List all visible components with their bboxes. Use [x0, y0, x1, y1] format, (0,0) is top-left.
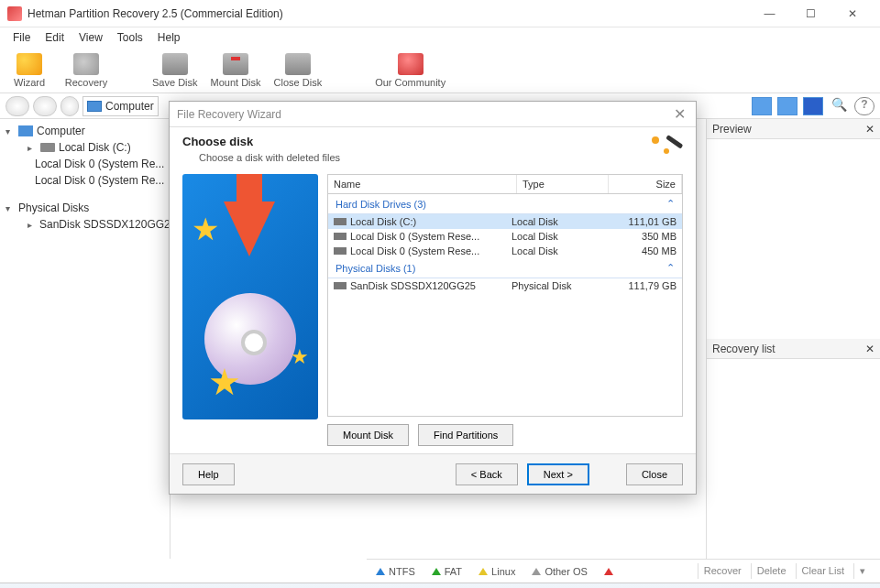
help-icon[interactable]: ?: [854, 97, 874, 115]
disk-row-local-0b[interactable]: Local Disk 0 (System Rese... Local Disk …: [328, 244, 682, 258]
menu-edit[interactable]: Edit: [38, 29, 72, 46]
legend-actions: Recover Delete Clear List ▾: [698, 563, 871, 579]
row-name: Local Disk 0 (System Rese...: [350, 231, 512, 242]
search-icon[interactable]: 🔍: [829, 97, 849, 115]
nav-dropdown-button[interactable]: [60, 96, 79, 116]
recover-button[interactable]: Recover: [698, 563, 747, 579]
wizard-wand-icon: [646, 131, 687, 164]
collapse-icon[interactable]: ⌃: [666, 262, 675, 274]
tree-sandisk[interactable]: ▸SanDisk SDSSDX120GG2...: [0, 216, 170, 233]
toolbar-mount-disk-label: Mount Disk: [211, 77, 261, 88]
wizard-icon: [16, 53, 42, 75]
view-icon-1[interactable]: [752, 97, 772, 115]
legend-fat-label: FAT: [445, 566, 462, 577]
delete-button[interactable]: Delete: [751, 563, 792, 579]
tree-computer[interactable]: ▾Computer: [0, 123, 170, 139]
svg-rect-2: [666, 135, 683, 149]
collapse-icon[interactable]: ⌃: [666, 198, 675, 210]
toolbar-recovery-label: Recovery: [65, 77, 107, 88]
tree-local-0a-label: Local Disk 0 (System Re...: [35, 158, 164, 170]
statusbar: Компьютер PC-VALERA User name: Valery Op…: [0, 583, 880, 588]
titlebar: Hetman Partition Recovery 2.5 (Commercia…: [0, 0, 880, 27]
legend-other-label: Other OS: [544, 566, 587, 577]
toolbar-wizard[interactable]: Wizard: [7, 53, 51, 88]
toolbar-save-disk-label: Save Disk: [152, 77, 198, 88]
dialog-subheading: Choose a disk with deleted files: [182, 152, 683, 163]
disk-row-local-c[interactable]: Local Disk (C:) Local Disk 111,01 GB: [328, 214, 682, 229]
disk-row-local-0a[interactable]: Local Disk 0 (System Rese... Local Disk …: [328, 229, 682, 244]
disk-icon: [40, 143, 55, 152]
col-name-header[interactable]: Name: [328, 175, 517, 193]
row-type: Local Disk: [512, 231, 603, 242]
disk-icon: [334, 218, 346, 225]
sidebar: ▾Computer ▸Local Disk (C:) Local Disk 0 …: [0, 119, 170, 559]
group-physical[interactable]: Physical Disks (1) ⌃: [328, 258, 682, 278]
navbar-right-icons: 🔍 ?: [752, 97, 874, 115]
legend-fat: FAT: [432, 566, 462, 577]
row-type: Local Disk: [512, 245, 603, 256]
save-icon[interactable]: [803, 97, 823, 115]
find-partitions-button[interactable]: Find Partitions: [418, 424, 513, 446]
row-size: 350 MB: [603, 231, 676, 242]
view-icon-2[interactable]: [777, 97, 798, 115]
close-disk-icon: [285, 53, 311, 75]
list-body: Hard Disk Drives (3) ⌃ Local Disk (C:) L…: [327, 194, 683, 417]
right-panels: Preview ✕ Recovery list ✕: [706, 119, 880, 559]
file-recovery-wizard-dialog: File Recovery Wizard ✕ Choose disk Choos…: [169, 101, 697, 495]
legend-bar: NTFS FAT Linux Other OS Recover Delete C…: [367, 559, 880, 583]
address-bar[interactable]: Computer: [82, 96, 159, 116]
row-size: 111,01 GB: [603, 216, 676, 227]
close-button[interactable]: ✕: [831, 0, 873, 27]
legend-dropdown-icon[interactable]: ▾: [853, 563, 871, 579]
toolbar-community[interactable]: Our Community: [375, 53, 446, 88]
tree-local-c-label: Local Disk (C:): [59, 141, 131, 154]
nav-forward-button[interactable]: [33, 96, 57, 116]
toolbar-close-disk[interactable]: Close Disk: [274, 53, 323, 88]
help-button[interactable]: Help: [182, 463, 235, 485]
computer-icon: [18, 125, 33, 136]
menu-view[interactable]: View: [72, 29, 110, 46]
recovery-list-close-icon[interactable]: ✕: [865, 343, 874, 355]
toolbar-save-disk[interactable]: Save Disk: [152, 53, 198, 88]
group-hdd-label: Hard Disk Drives (3): [336, 199, 426, 210]
col-type-header[interactable]: Type: [517, 175, 609, 193]
tree-local-c[interactable]: ▸Local Disk (C:): [0, 139, 170, 156]
close-button[interactable]: Close: [626, 463, 683, 485]
tree-local-0b[interactable]: Local Disk 0 (System Re...: [0, 172, 170, 189]
toolbar-wizard-label: Wizard: [14, 77, 45, 88]
minimize-button[interactable]: —: [749, 0, 790, 27]
disk-icon: [334, 233, 346, 240]
tree-computer-label: Computer: [37, 125, 85, 137]
menu-help[interactable]: Help: [150, 29, 188, 46]
row-name: Local Disk (C:): [350, 216, 512, 227]
next-button[interactable]: Next >: [527, 463, 589, 485]
menubar: File Edit View Tools Help: [0, 27, 880, 48]
app-icon: [7, 6, 22, 21]
menu-file[interactable]: File: [6, 29, 38, 46]
tree-sandisk-label: SanDisk SDSSDX120GG2...: [39, 218, 170, 231]
save-disk-icon: [162, 53, 188, 75]
legend-more[interactable]: [604, 568, 613, 575]
dialog-titlebar: File Recovery Wizard ✕: [170, 102, 696, 127]
dialog-close-button[interactable]: ✕: [670, 105, 688, 123]
row-type: Physical Disk: [512, 280, 603, 291]
preview-close-icon[interactable]: ✕: [865, 123, 874, 136]
tree-local-0a[interactable]: Local Disk 0 (System Re...: [0, 156, 170, 172]
back-button[interactable]: < Back: [456, 463, 518, 485]
tree-physical[interactable]: ▾Physical Disks: [0, 200, 170, 216]
menu-tools[interactable]: Tools: [110, 29, 150, 46]
toolbar-recovery[interactable]: Recovery: [64, 53, 108, 88]
group-hdd[interactable]: Hard Disk Drives (3) ⌃: [328, 194, 682, 214]
toolbar-mount-disk[interactable]: Mount Disk: [211, 53, 261, 88]
mount-disk-button[interactable]: Mount Disk: [327, 424, 409, 446]
recovery-icon: [73, 53, 99, 75]
disk-row-sandisk[interactable]: SanDisk SDSSDX120GG25 Physical Disk 111,…: [328, 278, 682, 293]
col-size-header[interactable]: Size: [609, 175, 682, 193]
legend-ntfs: NTFS: [376, 566, 415, 577]
nav-back-button[interactable]: [6, 96, 29, 116]
disk-list: Name Type Size Hard Disk Drives (3) ⌃ Lo…: [327, 174, 683, 446]
maximize-button[interactable]: ☐: [790, 0, 831, 27]
clear-list-button[interactable]: Clear List: [796, 563, 850, 579]
row-name: SanDisk SDSSDX120GG25: [350, 280, 512, 291]
community-icon: [398, 53, 424, 75]
